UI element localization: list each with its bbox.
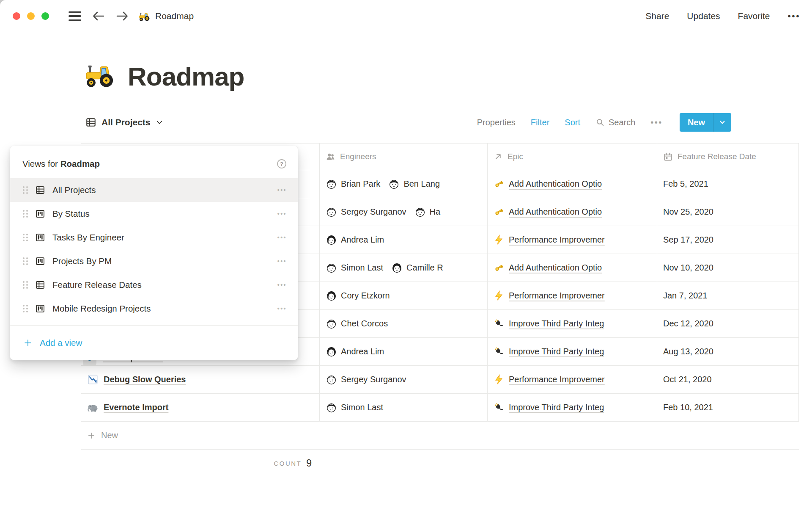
epic-link[interactable]: Add Authentication Optio: [509, 179, 602, 189]
column-header-engineers[interactable]: Engineers: [319, 144, 487, 170]
forward-arrow-icon[interactable]: [116, 11, 129, 22]
people-icon: [326, 152, 335, 162]
drag-handle-icon[interactable]: [23, 234, 28, 241]
project-name-cell[interactable]: Evernote Import: [81, 394, 319, 421]
view-item-menu-icon[interactable]: •••: [277, 282, 287, 288]
view-options-icon[interactable]: •••: [650, 118, 663, 127]
key-icon: [494, 179, 504, 189]
engineers-cell[interactable]: Brian ParkBen Lang: [319, 170, 487, 198]
engineers-cell[interactable]: Andrea Lim: [319, 226, 487, 254]
count-value: 9: [306, 458, 312, 469]
epic-cell[interactable]: Add Authentication Optio: [487, 254, 657, 282]
epic-link[interactable]: Performance Improvemer: [509, 291, 605, 301]
updates-button[interactable]: Updates: [687, 11, 720, 21]
search-button[interactable]: Search: [595, 118, 635, 127]
view-item-menu-icon[interactable]: •••: [277, 187, 287, 193]
epic-cell[interactable]: Performance Improvemer: [487, 226, 657, 254]
view-item-label: All Projects: [52, 185, 277, 195]
project-name-link[interactable]: Debug Slow Queries: [104, 375, 186, 384]
engineers-cell[interactable]: Cory Etzkorn: [319, 282, 487, 309]
engineers-cell[interactable]: Andrea Lim: [319, 338, 487, 365]
feature-release-date-cell[interactable]: Oct 21, 2020: [657, 366, 799, 393]
tractor-icon: [139, 10, 151, 22]
engineer-name: Cory Etzkorn: [341, 291, 390, 301]
engineers-cell[interactable]: Sergey Surganov: [319, 366, 487, 393]
minimize-window-button[interactable]: [27, 12, 35, 20]
view-item-menu-icon[interactable]: •••: [277, 210, 287, 217]
drag-handle-icon[interactable]: [23, 281, 28, 289]
more-menu-icon[interactable]: •••: [787, 11, 800, 21]
sidebar-toggle-icon[interactable]: [69, 11, 81, 21]
feature-release-date-cell[interactable]: Jan 7, 2021: [657, 282, 799, 309]
table-row: Evernote ImportSimon LastImprove Third P…: [81, 394, 799, 422]
feature-release-date-cell[interactable]: Sep 17, 2020: [657, 226, 799, 254]
add-row-button[interactable]: New: [81, 422, 799, 450]
board-view-icon: [35, 209, 45, 219]
view-item-feature-release-dates[interactable]: Feature Release Dates•••: [10, 273, 298, 297]
properties-button[interactable]: Properties: [477, 118, 516, 127]
new-button-label[interactable]: New: [680, 113, 713, 132]
feature-release-date-cell[interactable]: Feb 5, 2021: [657, 170, 799, 198]
epic-cell[interactable]: Add Authentication Optio: [487, 198, 657, 226]
sort-button[interactable]: Sort: [565, 118, 580, 127]
page-icon-tractor[interactable]: [85, 58, 116, 90]
favorite-button[interactable]: Favorite: [738, 11, 770, 21]
back-arrow-icon[interactable]: [92, 11, 105, 22]
epic-cell[interactable]: Improve Third Party Integ: [487, 338, 657, 365]
engineers-cell[interactable]: Sergey SurganovHa: [319, 198, 487, 226]
view-item-projects-by-pm[interactable]: Projects By PM•••: [10, 249, 298, 273]
feature-release-date-cell[interactable]: Dec 12, 2020: [657, 310, 799, 337]
feature-release-date-cell[interactable]: Nov 10, 2020: [657, 254, 799, 282]
page-title[interactable]: Roadmap: [128, 64, 244, 90]
epic-link[interactable]: Improve Third Party Integ: [509, 319, 604, 329]
column-header-epic[interactable]: Epic: [487, 144, 657, 170]
drag-handle-icon[interactable]: [23, 210, 28, 218]
close-window-button[interactable]: [13, 12, 20, 20]
view-selector[interactable]: All Projects: [85, 117, 163, 128]
epic-link[interactable]: Performance Improvemer: [509, 375, 605, 384]
epic-cell[interactable]: Performance Improvemer: [487, 282, 657, 309]
epic-link[interactable]: Performance Improvemer: [509, 235, 605, 245]
drag-handle-icon[interactable]: [23, 257, 28, 265]
epic-link[interactable]: Add Authentication Optio: [509, 263, 602, 273]
help-icon[interactable]: ?: [277, 159, 287, 169]
avatar: [326, 346, 337, 357]
filter-button[interactable]: Filter: [531, 118, 549, 127]
view-item-by-status[interactable]: By Status•••: [10, 202, 298, 226]
feature-release-date-cell[interactable]: Nov 25, 2020: [657, 198, 799, 226]
view-item-mobile-redesign-projects[interactable]: Mobile Redesign Projects•••: [10, 297, 298, 320]
project-name-link[interactable]: Evernote Import: [104, 403, 168, 412]
engineers-cell[interactable]: Simon LastCamille R: [319, 254, 487, 282]
epic-cell[interactable]: Add Authentication Optio: [487, 170, 657, 198]
avatar: [326, 402, 337, 413]
feature-release-date-cell[interactable]: Aug 13, 2020: [657, 338, 799, 365]
engineers-cell[interactable]: Simon Last: [319, 394, 487, 421]
new-dropdown-chevron-icon[interactable]: [713, 113, 731, 132]
epic-link[interactable]: Improve Third Party Integ: [509, 403, 604, 412]
drag-handle-icon[interactable]: [23, 186, 28, 194]
view-item-label: Tasks By Engineer: [52, 232, 277, 243]
project-name-cell[interactable]: Debug Slow Queries: [81, 366, 319, 393]
epic-link[interactable]: Improve Third Party Integ: [509, 347, 604, 356]
epic-cell[interactable]: Improve Third Party Integ: [487, 310, 657, 337]
epic-cell[interactable]: Performance Improvemer: [487, 366, 657, 393]
drag-handle-icon[interactable]: [23, 305, 28, 312]
new-button[interactable]: New: [680, 113, 731, 132]
count-label: COUNT: [274, 460, 302, 467]
count-row: COUNT 9: [81, 450, 319, 477]
epic-link[interactable]: Add Authentication Optio: [509, 207, 602, 217]
view-item-all-projects[interactable]: All Projects•••: [10, 178, 298, 202]
view-item-menu-icon[interactable]: •••: [277, 234, 287, 241]
feature-release-date-cell[interactable]: Feb 10, 2021: [657, 394, 799, 421]
view-item-menu-icon[interactable]: •••: [277, 258, 287, 265]
epic-cell[interactable]: Improve Third Party Integ: [487, 394, 657, 421]
view-item-tasks-by-engineer[interactable]: Tasks By Engineer•••: [10, 226, 298, 249]
view-item-menu-icon[interactable]: •••: [277, 305, 287, 312]
column-header-feature-release-date[interactable]: Feature Release Date: [657, 144, 799, 170]
breadcrumb[interactable]: Roadmap: [139, 10, 194, 22]
engineers-cell[interactable]: Chet Corcos: [319, 310, 487, 337]
add-view-button[interactable]: Add a view: [10, 326, 298, 360]
views-panel: Views for Roadmap ? All Projects•••By St…: [10, 146, 298, 360]
share-button[interactable]: Share: [645, 11, 669, 21]
maximize-window-button[interactable]: [41, 12, 49, 20]
